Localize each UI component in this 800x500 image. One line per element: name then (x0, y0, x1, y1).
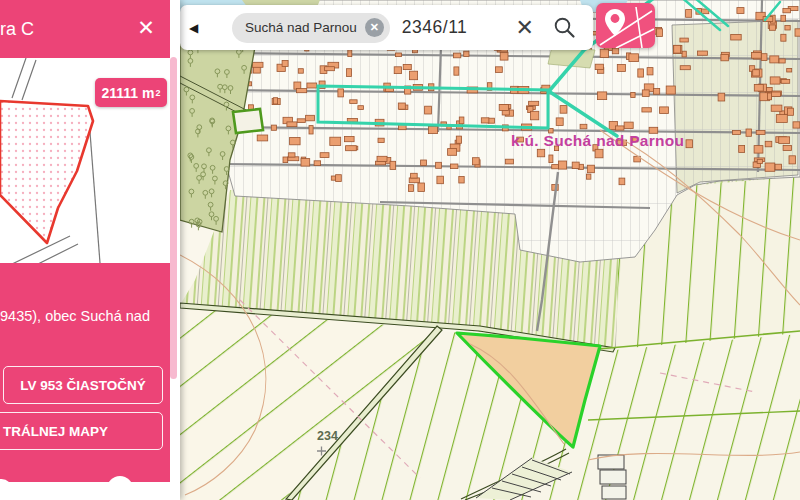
chip-label: Suchá nad Parnou (245, 20, 357, 35)
cadastral-app: { "sidebar": { "title_fragment": "ra C",… (0, 0, 800, 500)
map-pin-icon (596, 3, 655, 48)
parcel-info-section: 9435), obec Suchá nad LV 953 ČIASTOČNÝ T… (0, 263, 170, 482)
panel-collapse-handle[interactable] (107, 476, 133, 500)
search-icon[interactable] (552, 15, 577, 40)
map-layers-button[interactable] (596, 3, 655, 48)
search-input[interactable] (400, 16, 514, 39)
district-label: k.ú. Suchá nad Parnou (511, 132, 684, 149)
area-badge: 21111 m2 (95, 78, 167, 107)
panel-title: ra C (0, 19, 34, 40)
parcel-number-label: 234 (317, 429, 338, 443)
parcel-description: 9435), obec Suchá nad (0, 308, 150, 324)
cadastral-map-extract-button[interactable]: TRÁLNEJ MAPY (0, 412, 163, 450)
panel-corner-handle (0, 479, 12, 500)
chip-remove-icon[interactable]: ✕ (365, 18, 384, 37)
parcel-preview: 21111 m2 (0, 58, 170, 263)
close-icon[interactable]: ✕ (133, 15, 159, 41)
municipality-chip[interactable]: Suchá nad Parnou ✕ (232, 13, 390, 43)
clear-icon[interactable]: ✕ (516, 15, 534, 41)
search-bar[interactable]: ◀ Suchá nad Parnou ✕ ✕ (180, 5, 593, 50)
selected-parcel-outline (0, 101, 93, 243)
lv-ownership-button[interactable]: LV 953 ČIASTOČNÝ (3, 366, 163, 404)
back-arrow-icon[interactable]: ◀ (189, 21, 207, 35)
cadastral-map[interactable]: k.ú. Suchá nad Parnou 234 (180, 0, 800, 500)
sidebar-scrollbar[interactable] (170, 57, 177, 379)
panel-header: ra C ✕ (0, 0, 170, 58)
parcel-detail-panel: ra C ✕ 21111 m2 9435), obec Suchá nad LV… (0, 0, 180, 500)
small-highlighted-parcel[interactable] (233, 109, 263, 133)
map-viewport[interactable]: k.ú. Suchá nad Parnou 234 (180, 0, 800, 500)
